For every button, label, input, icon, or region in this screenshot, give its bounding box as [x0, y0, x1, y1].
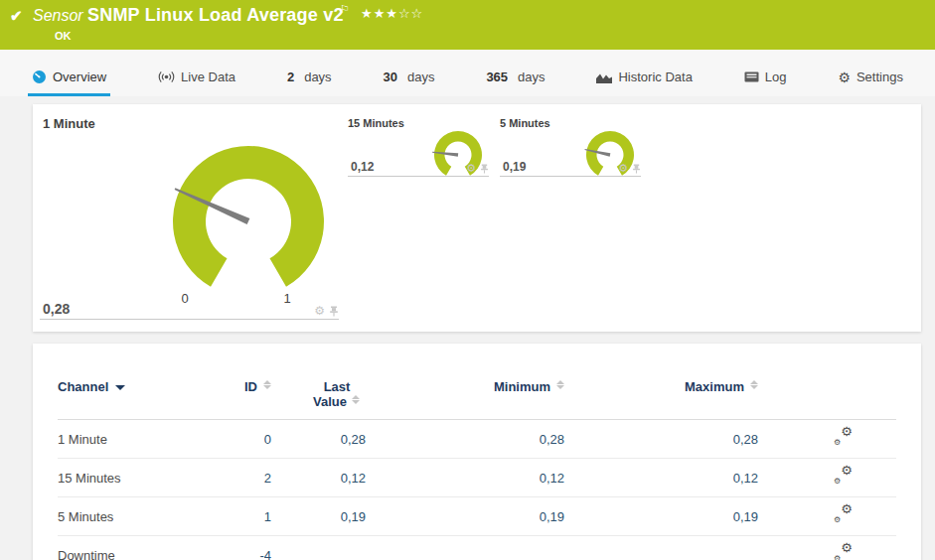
tab-label: Historic Data	[618, 70, 692, 84]
check-icon: ✔	[10, 7, 23, 25]
gauge-settings-gear-icon[interactable]: ⚙	[618, 163, 628, 174]
last-value-cell: 0,19	[271, 497, 366, 536]
gauge-footer-1-minute: 0,28 ⚙	[40, 300, 339, 320]
maximum-cell: 0,19	[564, 497, 758, 536]
gauge-value: 0,28	[40, 301, 70, 317]
tab-365-days[interactable]: 365days	[482, 70, 548, 96]
minimum-cell: 0,19	[366, 497, 564, 536]
tab-live-data[interactable]: Live Data	[154, 70, 239, 96]
broadcast-icon	[158, 70, 175, 83]
gauge-value: 0,12	[348, 160, 374, 174]
table-row: Downtime -4 ⚙⚙	[58, 536, 896, 560]
col-channel[interactable]: Channel	[58, 373, 207, 420]
tab-label: days	[518, 70, 545, 84]
tab-historic-data[interactable]: Historic Data	[592, 70, 696, 96]
col-actions	[758, 373, 896, 420]
log-icon	[744, 71, 759, 82]
pin-icon[interactable]	[632, 164, 641, 174]
channel-name-cell: 15 Minutes	[58, 459, 207, 497]
gauge-settings-gear-icon[interactable]: ⚙	[314, 305, 325, 317]
sensor-header: ✔ Sensor SNMP Linux Load Average v2 ⚐ ★★…	[0, 0, 935, 50]
channel-name-cell: Downtime	[58, 536, 207, 560]
sort-icon	[555, 379, 564, 390]
channel-name-cell: 5 Minutes	[58, 497, 207, 536]
channel-settings-icon[interactable]: ⚙⚙	[834, 546, 853, 560]
minimum-cell: 0,28	[366, 420, 564, 459]
tab-overview[interactable]: Overview	[28, 70, 110, 96]
gauge-chart-1-minute	[164, 142, 333, 291]
tab-bar: Overview Live Data 2days 30days 365days …	[0, 50, 935, 96]
gauge-title-5-minutes: 5 Minutes	[500, 117, 550, 129]
sort-desc-icon	[115, 385, 125, 390]
channel-settings-icon[interactable]: ⚙⚙	[834, 430, 853, 445]
tab-settings[interactable]: ⚙ Settings	[834, 70, 907, 96]
gauge-footer-15-minutes: 0,12 ⚙	[348, 158, 489, 177]
channel-id-cell: 1	[207, 497, 271, 536]
last-value-cell	[271, 536, 366, 560]
sensor-status-badge: OK	[55, 30, 72, 42]
maximum-cell	[564, 536, 758, 560]
sort-icon	[749, 379, 758, 390]
tab-label: days	[304, 70, 331, 84]
sort-icon	[352, 394, 361, 405]
tab-label: Overview	[53, 70, 106, 84]
channel-name-cell: 1 Minute	[58, 420, 207, 459]
col-last-value[interactable]: Last Value	[271, 373, 366, 420]
pin-icon[interactable]	[480, 164, 489, 174]
priority-stars[interactable]: ★★★☆☆	[361, 6, 423, 21]
tab-30-days[interactable]: 30days	[380, 70, 439, 96]
tab-label: Log	[765, 70, 787, 84]
gauges-panel: 1 Minute 0 1 0,28 ⚙ 15 Minutes 0,12 ⚙ 5 …	[33, 104, 921, 332]
gear-icon: ⚙	[838, 70, 851, 84]
col-id[interactable]: ID	[207, 373, 271, 420]
table-header-row: Channel ID Last Value Minimum Maximum	[58, 373, 896, 420]
last-value-cell: 0,28	[271, 420, 366, 459]
gauge-title-1-minute: 1 Minute	[43, 116, 95, 131]
gauge-icon	[32, 70, 47, 84]
channel-table-panel: Channel ID Last Value Minimum Maximum	[33, 344, 921, 560]
gauge-value: 0,19	[500, 160, 526, 174]
table-row: 1 Minute 0 0,28 0,28 0,28 ⚙⚙	[58, 420, 896, 459]
tab-label: Settings	[857, 70, 903, 84]
channel-id-cell: -4	[207, 536, 271, 560]
maximum-cell: 0,12	[564, 459, 758, 497]
last-value-cell: 0,12	[271, 459, 366, 497]
minimum-cell: 0,12	[366, 459, 564, 497]
channel-id-cell: 2	[207, 459, 271, 497]
tab-log[interactable]: Log	[740, 70, 791, 96]
maximum-cell: 0,28	[564, 420, 758, 459]
gauge-title-15-minutes: 15 Minutes	[348, 117, 404, 129]
table-row: 5 Minutes 1 0,19 0,19 0,19 ⚙⚙	[58, 497, 896, 536]
channel-settings-icon[interactable]: ⚙⚙	[834, 507, 853, 522]
historic-chart-icon	[596, 71, 612, 83]
tab-2-days[interactable]: 2days	[283, 70, 336, 96]
channel-settings-icon[interactable]: ⚙⚙	[834, 469, 853, 484]
sensor-kind-label: Sensor	[33, 7, 83, 25]
priority-flag-icon[interactable]: ⚐	[340, 3, 350, 16]
table-row: 15 Minutes 2 0,12 0,12 0,12 ⚙⚙	[58, 459, 896, 497]
gauge-footer-5-minutes: 0,19 ⚙	[500, 158, 641, 177]
gauge-settings-gear-icon[interactable]: ⚙	[466, 163, 476, 174]
minimum-cell	[366, 536, 564, 560]
col-minimum[interactable]: Minimum	[366, 373, 564, 420]
sensor-title: SNMP Linux Load Average v2	[87, 5, 344, 26]
sort-icon	[262, 379, 271, 390]
pin-icon[interactable]	[329, 306, 339, 317]
channel-table: Channel ID Last Value Minimum Maximum	[58, 373, 896, 560]
tab-label: days	[407, 70, 434, 84]
channel-id-cell: 0	[207, 420, 271, 459]
tab-label: Live Data	[181, 70, 235, 84]
col-maximum[interactable]: Maximum	[564, 373, 758, 420]
